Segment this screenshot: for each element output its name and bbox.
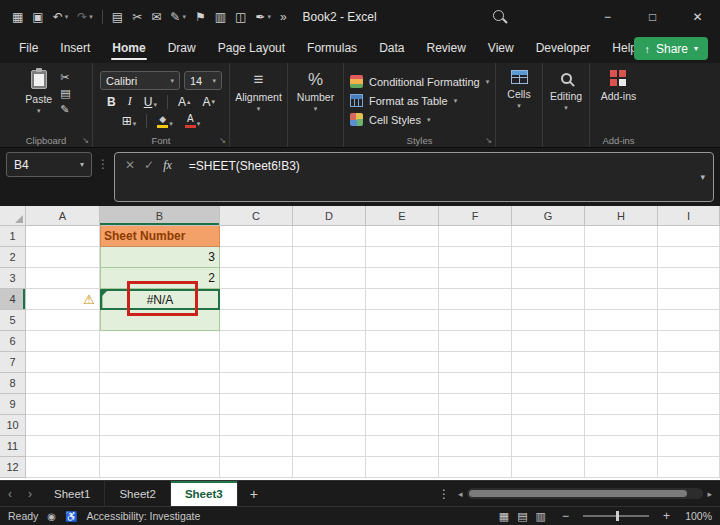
cells-button[interactable]: Cells ▾	[503, 68, 534, 132]
warning-icon[interactable]: ⚠	[83, 293, 95, 306]
grid-cell[interactable]	[366, 457, 439, 478]
grid-cell[interactable]	[366, 436, 439, 457]
grid-cell[interactable]	[293, 415, 366, 436]
grid-cell[interactable]	[26, 247, 100, 268]
grid-cell[interactable]	[439, 268, 512, 289]
grid-cell[interactable]	[439, 457, 512, 478]
grid-cell[interactable]	[293, 352, 366, 373]
zoom-in-button[interactable]: +	[660, 509, 673, 523]
column-header-B[interactable]: B	[100, 206, 220, 226]
grid-cell[interactable]	[585, 331, 658, 352]
font-size-select[interactable]: 14 ▾	[184, 71, 222, 90]
grid-cell[interactable]	[512, 436, 585, 457]
scrollbar-thumb[interactable]	[469, 490, 687, 497]
italic-button[interactable]: I	[124, 93, 136, 110]
editing-button[interactable]: Editing ▾	[546, 68, 586, 132]
copy-icon[interactable]: ▤	[108, 7, 127, 27]
grid-cell[interactable]	[366, 226, 439, 247]
bold-button[interactable]: B	[103, 94, 120, 110]
grid-cell[interactable]	[26, 373, 100, 394]
borders-button[interactable]: ⊞▾	[118, 113, 141, 129]
grid-cell[interactable]	[439, 352, 512, 373]
share-button[interactable]: ↑ Share ▾	[634, 37, 708, 60]
page-break-view-icon[interactable]: ▥	[532, 510, 550, 523]
grid-cell[interactable]	[293, 289, 366, 310]
maximize-button[interactable]: □	[630, 0, 675, 33]
copy-button[interactable]: ▤	[60, 87, 70, 99]
grid-cell[interactable]	[439, 394, 512, 415]
cell-B4[interactable]: #N/A	[100, 289, 220, 310]
grid-cell[interactable]	[439, 415, 512, 436]
grid-cell[interactable]	[512, 352, 585, 373]
sheet-tab-sheet2[interactable]: Sheet2	[105, 481, 170, 506]
grid-cell[interactable]	[366, 415, 439, 436]
grid-cell[interactable]	[220, 436, 293, 457]
grid-cell[interactable]	[26, 331, 100, 352]
grid-cell[interactable]	[100, 415, 220, 436]
grid-cell[interactable]	[100, 436, 220, 457]
grid-cell[interactable]	[26, 268, 100, 289]
grid-cell[interactable]	[366, 373, 439, 394]
grid-cell[interactable]	[26, 457, 100, 478]
grid-cell[interactable]	[439, 436, 512, 457]
shrink-font-button[interactable]: A▾	[198, 94, 219, 110]
close-button[interactable]: ✕	[675, 0, 720, 33]
grid-cell[interactable]	[439, 331, 512, 352]
new-sheet-button[interactable]: +	[238, 481, 270, 506]
grid-cell[interactable]	[658, 394, 720, 415]
grid-cell[interactable]	[220, 394, 293, 415]
menu-tab-page-layout[interactable]: Page Layout	[207, 34, 296, 62]
menu-tab-home[interactable]: Home	[101, 34, 156, 62]
grid-cell[interactable]	[658, 289, 720, 310]
grow-font-button[interactable]: A▴	[174, 94, 195, 110]
grid-cell[interactable]	[220, 268, 293, 289]
grid-cell[interactable]	[220, 373, 293, 394]
grid-cell[interactable]	[585, 268, 658, 289]
search-icon[interactable]	[493, 10, 504, 21]
row-header-1[interactable]: 1	[0, 226, 26, 247]
select-all-corner[interactable]	[0, 206, 26, 226]
row-header-3[interactable]: 3	[0, 268, 26, 289]
grid-cell[interactable]	[658, 352, 720, 373]
grid-cell[interactable]	[658, 373, 720, 394]
row-header-12[interactable]: 12	[0, 457, 26, 478]
formula-input[interactable]: ✕ ✓ fx =SHEET(Sheet6!B3) ▾	[114, 152, 714, 202]
grid-cell[interactable]	[293, 226, 366, 247]
cut-button[interactable]: ✂	[60, 71, 70, 83]
cell-A4[interactable]: ⚠	[26, 289, 100, 310]
grid-cell[interactable]	[220, 415, 293, 436]
cell-B2[interactable]: 3	[100, 247, 220, 268]
grid-cell[interactable]	[585, 415, 658, 436]
document-icon[interactable]: ▥	[211, 7, 230, 27]
previous-sheet-icon[interactable]: ‹	[0, 481, 20, 506]
macro-record-icon[interactable]: ◉	[47, 511, 56, 522]
grid-cell[interactable]	[512, 415, 585, 436]
zoom-level[interactable]: 100%	[682, 510, 712, 522]
grid-cell[interactable]	[658, 331, 720, 352]
grid-cell[interactable]	[658, 436, 720, 457]
underline-button[interactable]: U▾	[140, 94, 161, 110]
grid-cell[interactable]	[100, 352, 220, 373]
grid-cell[interactable]	[512, 268, 585, 289]
cell-B1[interactable]: Sheet Number	[100, 226, 220, 247]
grid-cell[interactable]	[585, 457, 658, 478]
cell-styles-button[interactable]: Cell Styles ▾	[348, 111, 491, 128]
app-launcher-icon[interactable]: ▦	[8, 7, 27, 27]
scrollbar-track[interactable]	[467, 488, 704, 499]
menu-tab-data[interactable]: Data	[368, 34, 415, 62]
grid-cell[interactable]	[220, 331, 293, 352]
grid-cell[interactable]	[439, 247, 512, 268]
column-header-H[interactable]: H	[585, 206, 658, 226]
next-sheet-icon[interactable]: ›	[20, 481, 40, 506]
row-header-7[interactable]: 7	[0, 352, 26, 373]
cut-icon[interactable]: ✂	[128, 7, 146, 27]
grid-cell[interactable]	[585, 289, 658, 310]
grid-cell[interactable]	[220, 289, 293, 310]
grid-cell[interactable]	[26, 415, 100, 436]
grid-cell[interactable]	[220, 310, 293, 331]
zoom-out-button[interactable]: −	[559, 509, 572, 523]
grid-cell[interactable]	[658, 310, 720, 331]
ink-icon[interactable]: ✒▾	[251, 7, 275, 27]
overflow-icon[interactable]: »	[276, 7, 291, 27]
cell-B3[interactable]: 2	[100, 268, 220, 289]
